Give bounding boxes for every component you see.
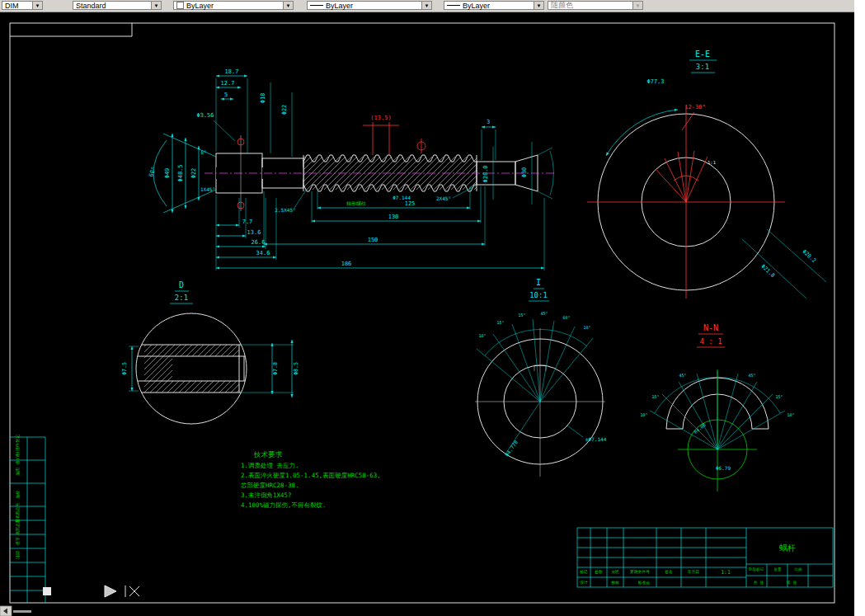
dim-label: Φ22: [281, 105, 288, 115]
dim-label: 10°: [787, 412, 794, 417]
dim-label: 18.7: [225, 68, 239, 75]
dim-label: Φ22: [190, 168, 197, 179]
view-label: I: [536, 278, 541, 287]
template-label: 日期: [15, 551, 21, 559]
color-swatch-icon: [176, 2, 184, 9]
dim-label: 45°: [540, 311, 548, 316]
dim-label: Φ48.5: [177, 164, 184, 181]
dim-label: 15°: [775, 394, 783, 399]
dim-label: Φ7.8: [272, 362, 279, 375]
notes-line: 芯部硬度HRC28-38.: [241, 482, 299, 489]
title-block-label: 校核: [610, 581, 619, 585]
dim-label: 13.6: [247, 229, 261, 236]
dim-label: Φ30: [521, 167, 528, 178]
dim-label: 26.6: [252, 239, 266, 246]
frame-mark: [43, 587, 51, 595]
dim-label: 3: [487, 119, 490, 125]
dim-label: 5: [224, 92, 228, 98]
part-name: 蜗杆: [779, 543, 796, 553]
dim-label: 12.7: [221, 80, 235, 87]
title-block-label: 处数: [595, 569, 603, 575]
title-block-label: 更改文件号: [630, 569, 650, 574]
dim-style-combo[interactable]: DIM ▼: [2, 1, 43, 10]
dim-label: 15°: [651, 394, 659, 399]
dropdown-arrow-icon[interactable]: ▼: [32, 2, 42, 9]
dim-label: 45°: [748, 373, 755, 378]
toolbar: DIM ▼ Standard ▼ ByLayer ▼ ByLayer ▼ ByL…: [0, 0, 865, 12]
dim-label: 10°: [478, 333, 486, 338]
dim-label: 12-30°: [684, 104, 705, 111]
view-scale: 3:1: [696, 63, 709, 71]
dim-label: 2X45°: [436, 195, 451, 201]
text-style-value: Standard: [76, 2, 106, 10]
lineweight-control-combo[interactable]: ByLayer ▼: [444, 1, 544, 10]
dropdown-arrow-icon[interactable]: ▼: [283, 2, 293, 9]
view-label: D: [179, 280, 184, 289]
view-scale: 2:1: [175, 294, 188, 302]
dim-label: 10°: [583, 325, 590, 330]
dim-label: Φ7.144: [393, 195, 411, 200]
title-block-label: 分区: [611, 570, 619, 574]
dim-label: Φ3.56: [196, 112, 214, 119]
dim-label: Φ6.79: [716, 465, 731, 471]
dim-label: 1X45°: [200, 186, 215, 192]
dim-label: 1:1: [708, 160, 716, 165]
dim-label: Φ18: [260, 93, 266, 104]
dropdown-arrow-icon[interactable]: ▼: [421, 2, 431, 9]
dim-label: 15°: [518, 313, 525, 317]
dim-label: 186: [341, 261, 352, 267]
template-label: 描图: [15, 468, 21, 476]
dropdown-arrow-icon: ▼: [632, 2, 642, 9]
color-value: ByLayer: [186, 2, 214, 10]
dim-style-label: DIM: [5, 2, 19, 10]
dim-label: 60°: [562, 315, 570, 320]
title-block-label: 阶段标记: [749, 567, 764, 572]
dim-label: Φ8.5: [293, 362, 299, 375]
dim-label: Φ77.3: [646, 78, 664, 85]
application-window: 借(通)用件登记 描图 描校 旧底图总号 底图总号 签字 日期 (13.5): [0, 0, 865, 616]
dim-label: 34.6: [256, 250, 270, 256]
notes-line: 2.表面淬火硬度1.05-1.45,表面硬度HRC58-63,: [241, 472, 381, 479]
view-scale: 10:1: [529, 291, 548, 299]
text-style-combo[interactable]: Standard ▼: [73, 1, 162, 10]
template-label: 描校: [15, 491, 21, 499]
dim-label: Φ7.5: [121, 362, 128, 375]
view-label: E-E: [695, 49, 710, 59]
template-label: 签字: [15, 537, 21, 545]
scroll-thumb[interactable]: [13, 610, 31, 613]
dim-label: Φ28.0: [482, 165, 489, 182]
canvas-background: [0, 0, 865, 616]
notes-line: 3.未注倒角1X45?: [241, 491, 292, 499]
dim-label: ±Φ7.144: [585, 436, 607, 442]
view-label: N-N: [703, 323, 718, 332]
linetype-icon: [310, 5, 323, 6]
linetype-control-combo[interactable]: ByLayer ▼: [307, 1, 432, 10]
dropdown-arrow-icon[interactable]: ▼: [534, 2, 543, 9]
dropdown-arrow-icon[interactable]: ▼: [151, 2, 161, 9]
vertical-scrollbar[interactable]: [854, 0, 865, 616]
dim-label: 2.5X45°: [275, 207, 295, 213]
title-block-label: 质量: [774, 567, 783, 571]
dim-label: 130: [388, 214, 399, 220]
notes-title: 技术要求: [253, 450, 283, 458]
notes-line: 4.100%磁力探伤,不得有裂纹.: [241, 501, 327, 509]
scale-value: 1:1: [721, 569, 731, 576]
dim-label: 15°: [496, 320, 504, 325]
dim-label: Φ49: [164, 168, 171, 179]
drawing-canvas[interactable]: 借(通)用件登记 描图 描校 旧底图总号 底图总号 签字 日期 (13.5): [0, 0, 865, 616]
dim-label: 7.7: [242, 219, 253, 225]
thread-spec-label: 梯形螺纹: [346, 200, 366, 206]
color-control-combo[interactable]: ByLayer ▼: [173, 1, 294, 10]
linetype-value: ByLayer: [326, 2, 353, 10]
dim-label: 45°: [679, 373, 686, 378]
template-label: 底图总号: [15, 519, 21, 535]
lineweight-value: ByLayer: [463, 2, 490, 10]
template-label: 借(通)用件登记: [15, 435, 21, 465]
plot-style-combo: 随颜色 ▼: [548, 1, 643, 10]
dim-label: 125: [405, 200, 416, 207]
dim-label: 150: [368, 237, 378, 243]
title-block-label: 设计: [579, 580, 588, 585]
dim-label: (13.5): [370, 115, 391, 121]
dim-label: 6°: [200, 149, 206, 155]
view-scale: 4 : 1: [699, 337, 722, 346]
